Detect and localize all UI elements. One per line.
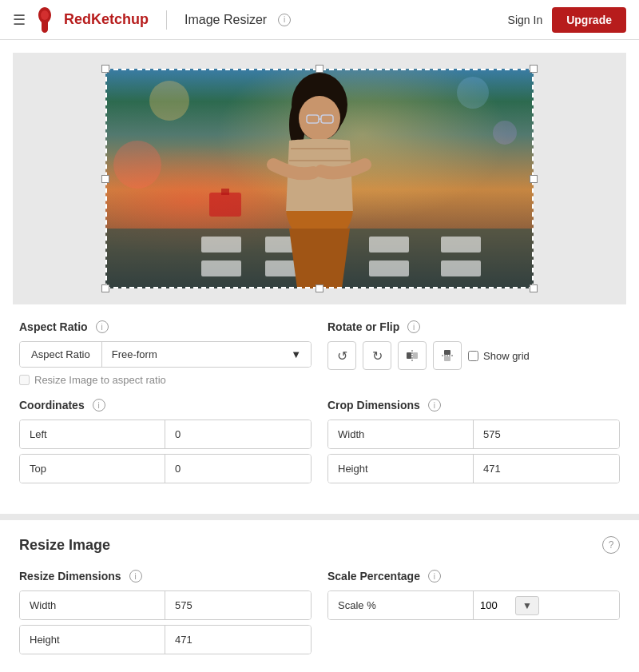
resize-header: Resize Image ? bbox=[19, 536, 620, 554]
crop-dimensions-label: Crop Dimensions bbox=[327, 399, 420, 412]
handle-bottom-left[interactable] bbox=[101, 284, 109, 292]
sign-in-button[interactable]: Sign In bbox=[508, 14, 543, 26]
handle-bottom-right[interactable] bbox=[530, 284, 538, 292]
header: ☰ RedKetchup Image Resizer i Sign In Upg… bbox=[0, 0, 639, 40]
resize-width-label: Width bbox=[20, 591, 165, 619]
resize-height-input[interactable] bbox=[175, 634, 301, 646]
image-svg bbox=[105, 69, 534, 288]
left-value[interactable] bbox=[165, 420, 311, 448]
crop-height-label: Height bbox=[328, 455, 474, 483]
crop-dimensions-label-row: Crop Dimensions i bbox=[327, 399, 620, 412]
scale-label-row: Scale Percentage i bbox=[327, 570, 620, 583]
svg-rect-26 bbox=[407, 352, 411, 359]
logo-icon bbox=[34, 6, 56, 34]
crop-width-value[interactable] bbox=[474, 420, 619, 448]
app-title-info-icon[interactable]: i bbox=[278, 14, 291, 26]
svg-rect-7 bbox=[201, 260, 241, 276]
rotate-right-icon: ↻ bbox=[372, 348, 383, 364]
image-wrapper[interactable] bbox=[105, 69, 534, 288]
top-value[interactable] bbox=[165, 455, 311, 483]
resize-width-value[interactable] bbox=[165, 591, 311, 619]
resize-to-aspect-checkbox[interactable] bbox=[19, 375, 30, 385]
app-title: Image Resizer bbox=[185, 13, 267, 27]
crop-dimensions-info-icon[interactable]: i bbox=[428, 399, 441, 412]
scale-dropdown-button[interactable]: ▼ bbox=[515, 596, 539, 615]
crop-width-field: Width bbox=[327, 420, 620, 449]
svg-rect-30 bbox=[444, 356, 450, 361]
coordinates-info-icon[interactable]: i bbox=[93, 399, 105, 412]
coordinates-group: Coordinates i Left Top bbox=[19, 399, 312, 488]
handle-middle-right[interactable] bbox=[530, 175, 538, 183]
scale-field-label: Scale % bbox=[328, 591, 474, 619]
scale-percentage-group: Scale Percentage i Scale % ▼ bbox=[327, 570, 620, 659]
crop-height-value[interactable] bbox=[474, 455, 619, 483]
scale-info-icon[interactable]: i bbox=[428, 570, 441, 583]
scale-dropdown-icon: ▼ bbox=[522, 600, 532, 611]
rotate-group: Rotate or Flip i ↺ ↻ bbox=[327, 320, 620, 386]
handle-middle-left[interactable] bbox=[101, 175, 109, 183]
rotate-info-icon[interactable]: i bbox=[407, 320, 420, 333]
svg-rect-25 bbox=[221, 189, 229, 195]
coordinates-label-row: Coordinates i bbox=[19, 399, 312, 412]
crop-height-input[interactable] bbox=[483, 463, 609, 475]
resize-dimensions-info-icon[interactable]: i bbox=[129, 570, 142, 583]
bottom-controls-row: Coordinates i Left Top bbox=[19, 399, 620, 488]
crop-image[interactable] bbox=[105, 69, 534, 288]
show-grid-label: Show grid bbox=[483, 350, 530, 362]
svg-point-3 bbox=[493, 121, 517, 145]
handle-top-right[interactable] bbox=[530, 65, 538, 73]
svg-rect-6 bbox=[201, 237, 241, 252]
handle-top-left[interactable] bbox=[101, 65, 109, 73]
resize-section: Resize Image ? Resize Dimensions i Width… bbox=[0, 520, 639, 672]
section-separator bbox=[0, 514, 639, 520]
svg-point-0 bbox=[41, 10, 49, 20]
crop-height-field: Height bbox=[327, 454, 620, 483]
aspect-ratio-group: Aspect Ratio i Aspect Ratio Free-form ▼ … bbox=[19, 320, 312, 386]
top-input[interactable] bbox=[175, 463, 301, 475]
resize-height-field: Height bbox=[19, 625, 312, 654]
coordinates-label: Coordinates bbox=[19, 399, 85, 412]
upgrade-button[interactable]: Upgrade bbox=[552, 7, 626, 33]
rotate-label-row: Rotate or Flip i bbox=[327, 320, 620, 333]
resize-help-icon[interactable]: ? bbox=[602, 536, 620, 554]
flip-v-icon bbox=[441, 349, 454, 362]
resize-dimensions-group: Resize Dimensions i Width Height bbox=[19, 570, 312, 659]
aspect-ratio-value: Free-form bbox=[112, 348, 157, 360]
rotate-label: Rotate or Flip bbox=[327, 320, 399, 333]
flip-horizontal-button[interactable] bbox=[398, 341, 427, 370]
svg-point-17 bbox=[299, 96, 340, 141]
handle-bottom-middle[interactable] bbox=[316, 284, 323, 292]
crop-width-input[interactable] bbox=[483, 428, 609, 440]
hamburger-icon[interactable]: ☰ bbox=[13, 11, 26, 29]
resize-width-input[interactable] bbox=[175, 599, 301, 611]
aspect-ratio-dropdown[interactable]: Free-form ▼ bbox=[102, 342, 311, 367]
resize-to-aspect-label: Resize Image to aspect ratio bbox=[34, 374, 166, 386]
aspect-ratio-chevron: ▼ bbox=[291, 348, 301, 360]
top-field: Top bbox=[19, 454, 312, 483]
aspect-ratio-label-row: Aspect Ratio i bbox=[19, 320, 312, 333]
aspect-ratio-label: Aspect Ratio bbox=[19, 320, 88, 333]
aspect-ratio-selector: Aspect Ratio Free-form ▼ bbox=[19, 341, 312, 368]
aspect-ratio-info-icon[interactable]: i bbox=[96, 320, 109, 333]
left-field: Left bbox=[19, 420, 312, 449]
crop-width-label: Width bbox=[328, 420, 474, 448]
svg-rect-10 bbox=[369, 237, 409, 252]
flip-vertical-button[interactable] bbox=[433, 341, 462, 370]
rotate-left-icon: ↺ bbox=[337, 348, 347, 364]
header-left: ☰ RedKetchup Image Resizer i bbox=[13, 6, 291, 34]
svg-point-1 bbox=[149, 81, 189, 121]
rotate-left-button[interactable]: ↺ bbox=[327, 341, 356, 370]
image-area bbox=[13, 53, 626, 304]
resize-height-value[interactable] bbox=[165, 626, 311, 654]
handle-top-middle[interactable] bbox=[316, 65, 323, 73]
resize-width-field: Width bbox=[19, 590, 312, 620]
left-input[interactable] bbox=[175, 428, 301, 440]
svg-rect-24 bbox=[209, 193, 241, 217]
svg-point-2 bbox=[457, 77, 489, 109]
scale-row: Scale % ▼ bbox=[327, 590, 620, 620]
scale-input[interactable] bbox=[480, 599, 512, 611]
show-grid-checkbox[interactable] bbox=[468, 351, 478, 361]
left-label: Left bbox=[20, 420, 165, 448]
resize-controls-row: Resize Dimensions i Width Height Scale P… bbox=[19, 570, 620, 659]
rotate-right-button[interactable]: ↻ bbox=[363, 341, 391, 370]
